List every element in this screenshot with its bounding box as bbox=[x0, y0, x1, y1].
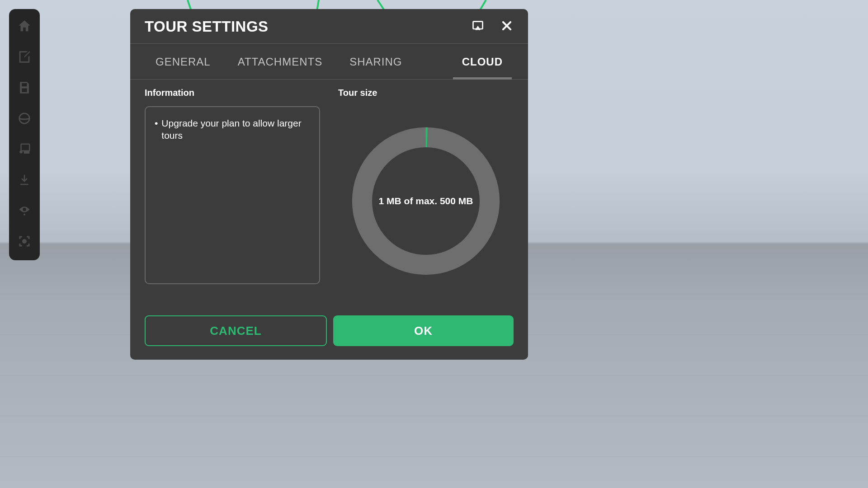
panorama-icon bbox=[18, 112, 31, 127]
tour-size-label: Tour size bbox=[338, 88, 514, 98]
overlay-button[interactable] bbox=[12, 137, 37, 163]
ok-button[interactable]: OK bbox=[333, 315, 514, 346]
tab-general[interactable]: GENERAL bbox=[144, 44, 222, 79]
edit-icon bbox=[17, 49, 32, 66]
panorama-button[interactable] bbox=[12, 107, 37, 132]
info-bullet-text: Upgrade your plan to allow larger tours bbox=[161, 117, 310, 142]
eye-move-icon bbox=[18, 204, 31, 219]
dialog-body: Information • Upgrade your plan to allow… bbox=[130, 80, 528, 305]
export-icon bbox=[472, 19, 484, 34]
information-label: Information bbox=[145, 88, 320, 98]
tour-size-gauge: 1 MB of max. 500 MB bbox=[349, 124, 503, 278]
focus-button[interactable] bbox=[12, 230, 37, 255]
save-icon bbox=[17, 80, 32, 97]
download-icon bbox=[18, 173, 31, 188]
tab-cloud[interactable]: CLOUD bbox=[450, 44, 514, 79]
svg-point-3 bbox=[23, 240, 26, 243]
left-toolbar bbox=[9, 9, 40, 260]
tour-size-text: 1 MB of max. 500 MB bbox=[379, 196, 473, 206]
info-column: Information • Upgrade your plan to allow… bbox=[145, 88, 320, 305]
tab-attachments[interactable]: ATTACHMENTS bbox=[226, 44, 334, 79]
dialog-title: TOUR SETTINGS bbox=[145, 18, 269, 35]
download-button[interactable] bbox=[12, 168, 37, 193]
dialog-tabs: GENERAL ATTACHMENTS SHARING CLOUD bbox=[130, 44, 528, 80]
dialog-footer: CANCEL OK bbox=[130, 305, 528, 360]
size-column: Tour size 1 MB of max. 500 MB bbox=[338, 88, 514, 305]
close-button[interactable] bbox=[500, 20, 514, 33]
save-button[interactable] bbox=[12, 76, 37, 101]
svg-point-2 bbox=[19, 150, 23, 154]
home-icon bbox=[17, 19, 32, 36]
tab-sharing[interactable]: SHARING bbox=[338, 44, 414, 79]
tour-settings-dialog: TOUR SETTINGS GENERAL ATTACHMENTS SHARIN… bbox=[130, 9, 528, 360]
view-button[interactable] bbox=[12, 199, 37, 224]
dialog-header: TOUR SETTINGS bbox=[130, 9, 528, 44]
information-box: • Upgrade your plan to allow larger tour… bbox=[145, 106, 320, 284]
bullet-dot: • bbox=[155, 117, 158, 142]
cancel-button[interactable]: CANCEL bbox=[145, 315, 327, 346]
home-button[interactable] bbox=[12, 14, 37, 40]
svg-rect-1 bbox=[21, 144, 30, 151]
export-button[interactable] bbox=[471, 20, 485, 33]
dialog-header-actions bbox=[471, 20, 514, 33]
overlay-icon bbox=[18, 142, 31, 158]
focus-icon bbox=[18, 235, 31, 250]
close-icon bbox=[500, 19, 513, 34]
edit-button[interactable] bbox=[12, 45, 37, 70]
info-bullet-row: • Upgrade your plan to allow larger tour… bbox=[155, 117, 310, 142]
